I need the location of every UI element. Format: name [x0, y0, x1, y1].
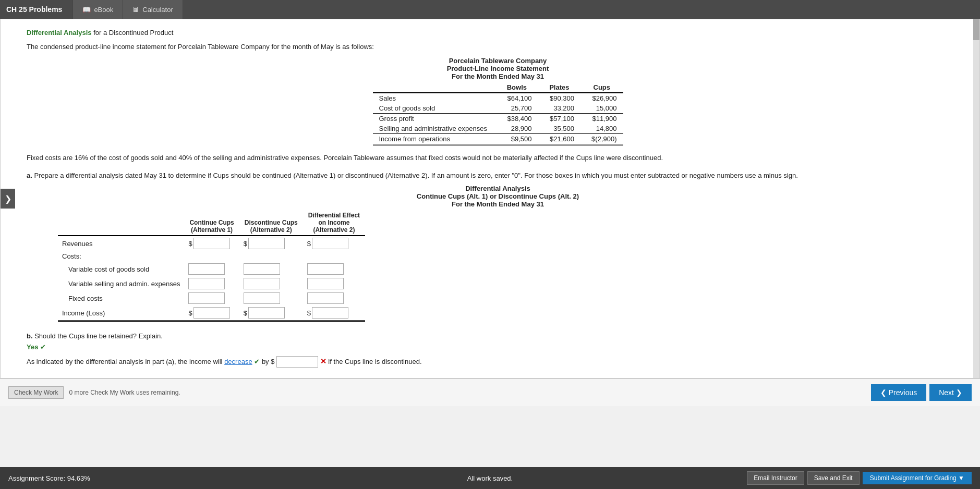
income-loss-effect-input[interactable]: [312, 307, 348, 319]
revenues-alt2-input[interactable]: [248, 238, 285, 249]
footer-buttons: Email Instructor Save and Exit Submit As…: [747, 471, 972, 485]
income-loss-alt2-cell: $: [239, 305, 303, 321]
scrollbar-track[interactable]: [973, 19, 979, 378]
content-wrapper: ❯ Differential Analysis for a Discontinu…: [0, 19, 980, 378]
variable-selling-alt1-cell: [184, 276, 239, 291]
book-icon: 📖: [82, 6, 91, 14]
main-content: Differential Analysis for a Discontinued…: [16, 19, 979, 373]
submit-assignment-button[interactable]: Submit Assignment for Grading ▼: [863, 472, 972, 484]
variable-selling-label: Variable selling and admin. expenses: [58, 276, 184, 291]
company-header: Porcelain Tableware Company Product-Line…: [27, 57, 969, 80]
decrease-dropdown[interactable]: decrease: [224, 358, 252, 365]
revenues-alt1-cell: $: [184, 236, 239, 251]
intro-para: Differential Analysis for a Discontinued…: [27, 29, 969, 36]
previous-button[interactable]: ❮ Previous: [871, 384, 926, 401]
fixed-costs-alt1-input[interactable]: [188, 292, 225, 304]
check-work-button[interactable]: Check My Work: [8, 386, 64, 399]
check-work-bar: Check My Work 0 more Check My Work uses …: [0, 378, 980, 406]
ebook-tab[interactable]: 📖 eBook: [72, 0, 123, 19]
revenues-alt2-cell: $: [239, 236, 303, 251]
chevron-left-icon: ❮: [880, 388, 887, 397]
table-row: Income from operations $9,500 $21,600 $(…: [373, 134, 623, 145]
variable-cogs-alt2-cell: [239, 262, 303, 276]
subtitle-text: for a Discontinued Product: [92, 29, 174, 36]
period: For the Month Ended May 31: [27, 72, 969, 80]
col-header-plates: Plates: [538, 82, 580, 93]
diff-period: For the Month Ended May 31: [27, 200, 969, 208]
fixed-costs-effect-input[interactable]: [307, 292, 344, 304]
income-loss-alt2-input[interactable]: [248, 307, 285, 319]
x-mark: ✕: [320, 357, 326, 365]
diff-col-alt1: Continue Cups(Alternative 1): [184, 210, 239, 236]
col-header-cups: Cups: [580, 82, 623, 93]
fixed-costs-alt1-cell: [184, 291, 239, 305]
chevron-right-icon: ❯: [956, 388, 962, 397]
yes-label: Yes: [27, 343, 38, 351]
diff-row-income: Income (Loss) $ $: [58, 305, 365, 321]
costs-header-label: Costs:: [58, 251, 184, 262]
diff-row-variable-selling: Variable selling and admin. expenses: [58, 276, 365, 291]
fixed-costs-alt2-cell: [239, 291, 303, 305]
diff-row-fixed-costs: Fixed costs: [58, 291, 365, 305]
variable-cogs-alt1-input[interactable]: [188, 263, 225, 275]
revenues-effect-cell: $: [303, 236, 365, 251]
income-table: Bowls Plates Cups Sales $64,100 $90,300 …: [373, 82, 623, 145]
top-bar: CH 25 Problems 📖 eBook 🖩 Calculator: [0, 0, 980, 19]
variable-cogs-effect-input[interactable]: [307, 263, 344, 275]
variable-selling-effect-input[interactable]: [307, 278, 344, 289]
diff-row-variable-cogs: Variable cost of goods sold: [58, 262, 365, 276]
decrease-checkmark: ✔: [254, 358, 260, 365]
fixed-costs-alt2-input[interactable]: [244, 292, 280, 304]
income-loss-alt1-input[interactable]: [193, 307, 230, 319]
fixed-costs-effect-cell: [303, 291, 365, 305]
assignment-score: Assignment Score: 94.63%: [8, 474, 90, 482]
variable-cogs-alt1-cell: [184, 262, 239, 276]
diff-title: Differential Analysis: [27, 185, 969, 192]
revenues-alt1-input[interactable]: [193, 238, 230, 249]
col-header-bowls: Bowls: [495, 82, 538, 93]
table-row: Cost of goods sold 25,700 33,200 15,000: [373, 103, 623, 114]
statement-name: Product-Line Income Statement: [27, 65, 969, 72]
calculator-tab[interactable]: 🖩 Calculator: [123, 0, 183, 19]
variable-cogs-alt2-input[interactable]: [244, 263, 280, 275]
income-loss-label: Income (Loss): [58, 305, 184, 321]
part-a-label: a. Prepare a differential analysis dated…: [27, 170, 969, 181]
scrollbar-thumb[interactable]: [973, 19, 979, 40]
scroll-left-button[interactable]: ❯: [1, 189, 15, 209]
variable-cogs-label: Variable cost of goods sold: [58, 262, 184, 276]
check-work-remaining: 0 more Check My Work uses remaining.: [69, 389, 180, 396]
fixed-costs-note: Fixed costs are 16% of the cost of goods…: [27, 153, 969, 163]
diff-table-header: Differential Analysis Continue Cups (Alt…: [27, 185, 969, 208]
diff-subtitle: Continue Cups (Alt. 1) or Discontinue Cu…: [27, 192, 969, 200]
part-b-answer: As indicated by the differential analysi…: [27, 355, 969, 368]
table-row: Sales $64,100 $90,300 $26,900: [373, 93, 623, 103]
variable-selling-alt2-cell: [239, 276, 303, 291]
yes-checkmark: ✔: [40, 343, 46, 351]
diff-col-alt2: Discontinue Cups(Alternative 2): [239, 210, 303, 236]
decrease-amount-input[interactable]: [276, 356, 318, 368]
email-instructor-button[interactable]: Email Instructor: [747, 471, 804, 485]
variable-selling-effect-cell: [303, 276, 365, 291]
variable-selling-alt1-input[interactable]: [188, 278, 225, 289]
differential-title: Differential Analysis: [27, 29, 92, 36]
income-loss-effect-cell: $: [303, 305, 365, 321]
diff-analysis-table: Continue Cups(Alternative 1) Discontinue…: [58, 210, 365, 322]
part-b-question: b. Should the Cups line be retained? Exp…: [27, 332, 969, 340]
income-loss-alt1-cell: $: [184, 305, 239, 321]
calculator-icon: 🖩: [132, 6, 139, 14]
section-b: b. Should the Cups line be retained? Exp…: [27, 332, 969, 351]
variable-cogs-effect-cell: [303, 262, 365, 276]
diff-row-revenues: Revenues $ $: [58, 236, 365, 251]
diff-col-label: [58, 210, 184, 236]
table-row: Gross profit $38,400 $57,100 $11,900: [373, 114, 623, 124]
diff-row-costs-header: Costs:: [58, 251, 365, 262]
variable-selling-alt2-input[interactable]: [244, 278, 280, 289]
revenues-label: Revenues: [58, 236, 184, 251]
revenues-effect-input[interactable]: [312, 238, 348, 249]
col-header-label: [373, 82, 496, 93]
save-exit-button[interactable]: Save and Exit: [807, 471, 860, 485]
next-button[interactable]: Next ❯: [929, 384, 972, 401]
footer-bar: Assignment Score: 94.63% All work saved.…: [0, 467, 980, 489]
table-row: Selling and administrative expenses 28,9…: [373, 124, 623, 134]
nav-buttons: ❮ Previous Next ❯: [871, 384, 972, 401]
